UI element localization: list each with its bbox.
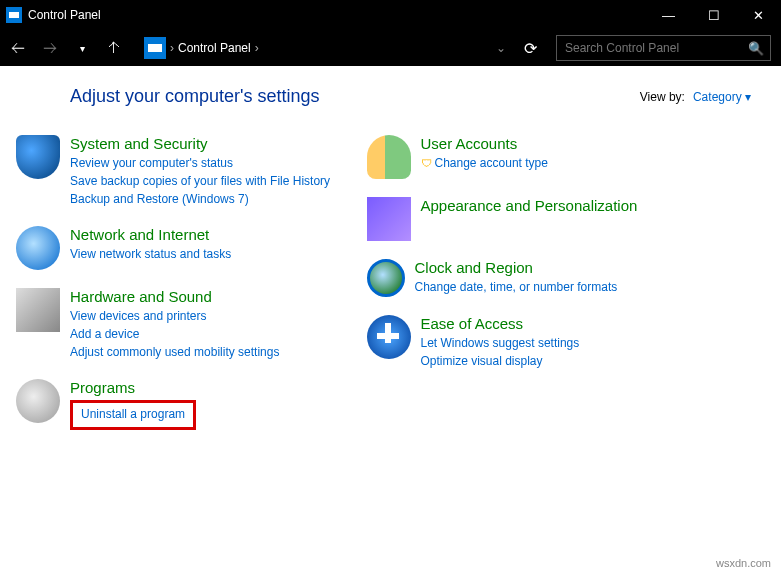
task-link[interactable]: Add a device <box>70 325 401 343</box>
category-link-user-accounts[interactable]: User Accounts <box>421 135 752 152</box>
page-heading: Adjust your computer's settings <box>70 86 640 107</box>
category-link-clock-region[interactable]: Clock and Region <box>415 259 752 276</box>
back-button[interactable]: 🡠 <box>4 34 32 62</box>
title-bar: Control Panel — ☐ ✕ <box>0 0 781 30</box>
control-panel-address-icon <box>144 37 166 59</box>
category-link-hardware-sound[interactable]: Hardware and Sound <box>70 288 401 305</box>
view-by-dropdown[interactable]: Category ▾ <box>693 90 751 104</box>
task-link[interactable]: View network status and tasks <box>70 245 401 263</box>
category-programs: Programs Uninstall a program <box>70 379 401 430</box>
category-link-programs[interactable]: Programs <box>70 379 401 396</box>
right-column: User Accounts Change account type Appear… <box>421 135 752 448</box>
category-ease-of-access: Ease of Access Let Windows suggest setti… <box>421 315 752 370</box>
task-link[interactable]: View devices and printers <box>70 307 401 325</box>
task-link[interactable]: Review your computer's status <box>70 154 401 172</box>
address-path[interactable]: Control Panel <box>178 41 251 55</box>
category-link-network-internet[interactable]: Network and Internet <box>70 226 401 243</box>
clock-icon[interactable] <box>367 259 405 297</box>
task-link[interactable]: Save backup copies of your files with Fi… <box>70 172 401 190</box>
task-link-uninstall-program[interactable]: Uninstall a program <box>81 405 185 423</box>
category-link-appearance-personalization[interactable]: Appearance and Personalization <box>421 197 752 214</box>
chevron-down-icon: ▾ <box>745 90 751 104</box>
left-column: System and Security Review your computer… <box>70 135 401 448</box>
watermark: wsxdn.com <box>716 557 771 569</box>
highlight-box: Uninstall a program <box>70 400 196 430</box>
view-by-label: View by: <box>640 90 685 104</box>
window-title: Control Panel <box>28 8 646 22</box>
address-bar[interactable]: › Control Panel › ⌄ <box>132 35 512 61</box>
content-area: Adjust your computer's settings View by:… <box>0 66 781 468</box>
category-hardware-sound: Hardware and Sound View devices and prin… <box>70 288 401 361</box>
category-link-ease-of-access[interactable]: Ease of Access <box>421 315 752 332</box>
navigation-toolbar: 🡠 🡢 ▾ 🡡 › Control Panel › ⌄ ⟳ 🔍 <box>0 30 781 66</box>
recent-locations-button[interactable]: ▾ <box>68 34 96 62</box>
task-link[interactable]: Adjust commonly used mobility settings <box>70 343 401 361</box>
category-columns: System and Security Review your computer… <box>70 135 751 448</box>
category-clock-region: Clock and Region Change date, time, or n… <box>421 259 752 297</box>
task-link[interactable]: Let Windows suggest settings <box>421 334 752 352</box>
globe-icon[interactable] <box>16 226 60 270</box>
shield-icon[interactable] <box>16 135 60 179</box>
category-link-system-security[interactable]: System and Security <box>70 135 401 152</box>
category-network-internet: Network and Internet View network status… <box>70 226 401 270</box>
close-button[interactable]: ✕ <box>736 0 781 30</box>
control-panel-icon <box>6 7 22 23</box>
chevron-right-icon: › <box>170 41 174 55</box>
users-icon[interactable] <box>367 135 411 179</box>
search-input[interactable] <box>563 40 748 56</box>
search-icon[interactable]: 🔍 <box>748 41 764 56</box>
ease-of-access-icon[interactable] <box>367 315 411 359</box>
monitor-icon[interactable] <box>367 197 411 241</box>
minimize-button[interactable]: — <box>646 0 691 30</box>
task-link[interactable]: Optimize visual display <box>421 352 752 370</box>
address-dropdown-icon[interactable]: ⌄ <box>496 41 512 55</box>
search-box[interactable]: 🔍 <box>556 35 771 61</box>
category-user-accounts: User Accounts Change account type <box>421 135 752 179</box>
up-button[interactable]: 🡡 <box>100 34 128 62</box>
task-link[interactable]: Change date, time, or number formats <box>415 278 752 296</box>
maximize-button[interactable]: ☐ <box>691 0 736 30</box>
refresh-button[interactable]: ⟳ <box>516 39 544 58</box>
task-link[interactable]: Backup and Restore (Windows 7) <box>70 190 401 208</box>
forward-button[interactable]: 🡢 <box>36 34 64 62</box>
printer-icon[interactable] <box>16 288 60 332</box>
header-row: Adjust your computer's settings View by:… <box>70 86 751 107</box>
category-system-security: System and Security Review your computer… <box>70 135 401 208</box>
chevron-right-icon: › <box>255 41 259 55</box>
disc-icon[interactable] <box>16 379 60 423</box>
task-link[interactable]: Change account type <box>421 154 752 172</box>
category-appearance-personalization: Appearance and Personalization <box>421 197 752 241</box>
